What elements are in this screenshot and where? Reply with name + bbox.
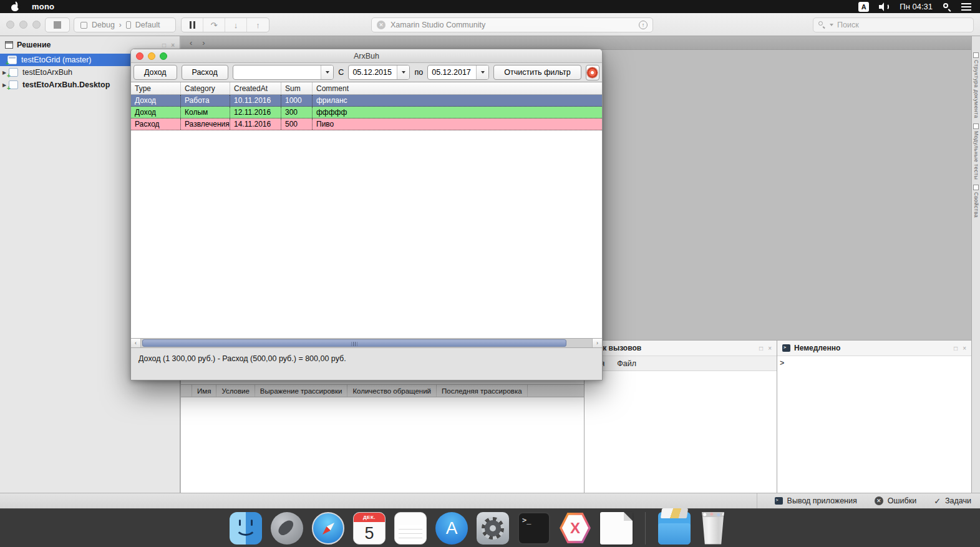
settings-button[interactable]: [586, 65, 599, 80]
income-button[interactable]: Доход: [133, 65, 177, 80]
window-close-button[interactable]: [6, 21, 14, 29]
call-stack-pad-header: Стек вызовов □ ×: [585, 341, 777, 356]
window-zoom-button[interactable]: [32, 21, 41, 29]
ide-toolbar: Debug › Default ↷ ↓ ↑ ✕ Xamarin Studio C…: [0, 13, 980, 36]
column-header[interactable]: Файл: [617, 359, 636, 368]
editor-nav-strip: ‹ ›: [181, 36, 971, 50]
to-date-picker[interactable]: 05.12.2017: [427, 65, 489, 80]
trash-dock-icon[interactable]: [699, 512, 727, 545]
errors-toggle[interactable]: ✕ Ошибки: [875, 496, 916, 505]
clear-filter-button[interactable]: Отчистить фильтр: [493, 65, 581, 80]
right-dock-tab[interactable]: Модульные тесты: [973, 131, 979, 180]
arxbuh-titlebar[interactable]: ArxBuh: [131, 49, 602, 63]
spotlight-search-icon[interactable]: [943, 2, 951, 11]
pad-close-icon[interactable]: ×: [768, 345, 772, 352]
menu-clock[interactable]: Пн 04:31: [900, 2, 933, 11]
close-button[interactable]: [136, 52, 143, 60]
input-source-icon[interactable]: A: [858, 2, 869, 12]
table-row[interactable]: Доход Колым 12.11.2016 300 ффффф: [131, 107, 602, 119]
maximize-button[interactable]: [160, 52, 167, 60]
terminal-dock-icon[interactable]: >_: [518, 512, 550, 545]
from-date-picker[interactable]: 05.12.2015: [348, 65, 410, 80]
ide-search-field[interactable]: Поиск: [813, 17, 974, 32]
table-row[interactable]: Доход Работа 10.11.2016 1000 фриланс: [131, 95, 602, 107]
stop-button[interactable]: [45, 17, 70, 32]
upload-arrow-icon[interactable]: ↑: [639, 21, 648, 29]
pause-button[interactable]: [182, 18, 203, 32]
summary-bar: Доход (1 300,00 руб.) - Расход (500,00 р…: [131, 348, 602, 380]
safari-dock-icon[interactable]: [312, 512, 344, 545]
dropdown-button[interactable]: [397, 65, 409, 79]
pad-dock-icon[interactable]: □: [954, 345, 958, 352]
column-header[interactable]: Последняя трассировка: [437, 385, 528, 397]
volume-icon[interactable]: [879, 2, 890, 11]
pad-close-icon[interactable]: ×: [963, 345, 966, 352]
scrollbar-thumb[interactable]: [142, 339, 566, 347]
column-header[interactable]: Условие: [216, 385, 255, 397]
column-header[interactable]: Sum: [281, 82, 313, 94]
step-into-button[interactable]: ↓: [225, 18, 247, 32]
column-header[interactable]: Category: [181, 82, 230, 94]
project-icon: +: [9, 68, 18, 77]
app-output-label: Вывод приложения: [787, 496, 857, 505]
right-dock-tab[interactable]: Свойства: [973, 192, 979, 218]
cell-sum: 300: [281, 107, 313, 118]
horizontal-scrollbar[interactable]: ‹ ›: [131, 338, 602, 348]
launchpad-dock-icon[interactable]: [271, 512, 303, 545]
scrollbar-track[interactable]: [141, 339, 592, 347]
chevron-down-icon: [326, 71, 329, 74]
column-header[interactable]: Выражение трассировки: [255, 385, 348, 397]
system-preferences-dock-icon[interactable]: [477, 512, 509, 545]
scroll-right-button[interactable]: ›: [592, 339, 602, 347]
step-over-button[interactable]: ↷: [203, 18, 225, 32]
from-date-value: 05.12.2015: [349, 65, 397, 79]
column-header[interactable]: Количество обращений: [347, 385, 437, 397]
tree-item-label: testEtoArxBuh: [22, 68, 72, 77]
notes-dock-icon[interactable]: [394, 512, 427, 545]
column-header[interactable]: Type: [131, 82, 181, 94]
nav-back-button[interactable]: ‹: [190, 38, 192, 47]
calendar-dock-icon[interactable]: ДЕК. 5: [353, 512, 386, 545]
app-output-toggle[interactable]: > Вывод приложения: [775, 496, 857, 505]
minimize-button[interactable]: [148, 52, 155, 60]
configuration-icon: [80, 22, 87, 29]
calendar-month-label: ДЕК.: [354, 513, 385, 522]
category-filter-combobox[interactable]: [233, 65, 334, 80]
cell-created-at: 14.11.2016: [230, 119, 281, 130]
apple-menu-icon[interactable]: [11, 2, 19, 11]
document-dock-icon[interactable]: [600, 512, 633, 545]
nav-forward-button[interactable]: ›: [202, 38, 205, 47]
tasks-toggle[interactable]: ✓ Задачи: [934, 496, 971, 506]
step-out-button[interactable]: ↑: [247, 18, 269, 32]
pad-close-icon[interactable]: ×: [171, 42, 175, 49]
notification-center-icon[interactable]: [961, 3, 971, 11]
pad-dock-icon[interactable]: □: [759, 345, 763, 352]
expense-button[interactable]: Расход: [182, 65, 228, 80]
table-row[interactable]: Расход Развлечения 14.11.2016 500 Пиво: [131, 119, 602, 130]
column-header[interactable]: Comment: [313, 82, 602, 94]
step-into-icon: ↓: [234, 21, 238, 30]
status-close-icon[interactable]: ✕: [377, 21, 386, 29]
chevron-down-icon: [481, 71, 485, 74]
tree-item-label: testEtoArxBuh.Desktop: [22, 80, 110, 89]
pad-dock-icon[interactable]: □: [162, 42, 166, 49]
xamarin-studio-dock-icon[interactable]: X: [559, 512, 591, 545]
active-app-name[interactable]: mono: [32, 2, 54, 11]
terminal-icon: >: [775, 497, 783, 505]
run-configuration-selector[interactable]: Debug › Default: [74, 17, 176, 32]
immediate-prompt[interactable]: >: [777, 356, 971, 370]
column-header[interactable]: Имя: [192, 385, 216, 397]
column-header[interactable]: CreatedAt: [230, 82, 281, 94]
immediate-pad: > Немедленно □ × >: [777, 340, 971, 493]
window-minimize-button[interactable]: [19, 21, 27, 29]
dropdown-button[interactable]: [321, 65, 333, 79]
right-dock-tab[interactable]: Структура документа: [973, 60, 979, 119]
downloads-folder-dock-icon[interactable]: [658, 512, 691, 545]
chevron-right-icon: ›: [119, 21, 122, 29]
call-stack-column-header: Имя Файл: [585, 356, 777, 371]
finder-dock-icon[interactable]: [230, 512, 262, 545]
dropdown-button[interactable]: [476, 65, 488, 79]
ide-status-display[interactable]: ✕ Xamarin Studio Community ↑: [371, 17, 653, 32]
scroll-left-button[interactable]: ‹: [131, 339, 141, 347]
app-store-dock-icon[interactable]: A: [435, 512, 468, 545]
